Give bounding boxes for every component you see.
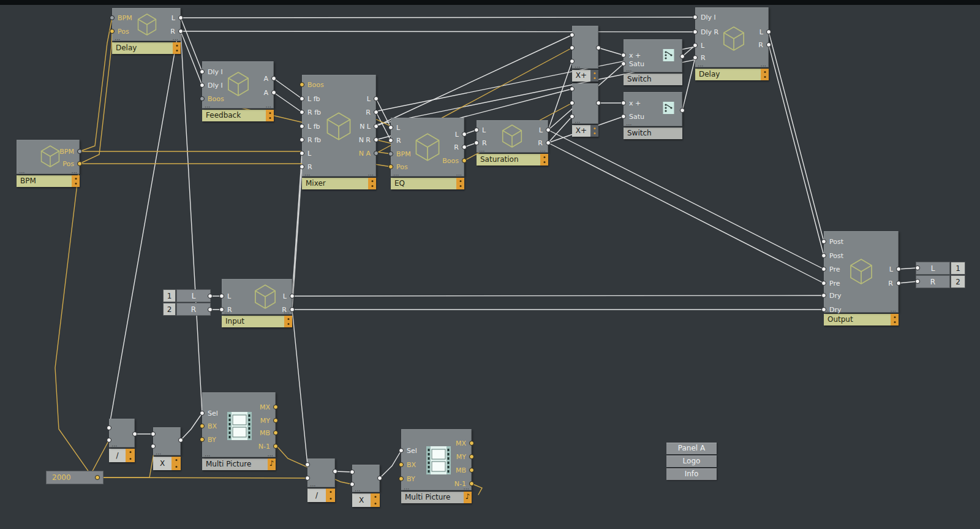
port-l-out[interactable]: L (889, 265, 901, 273)
port-r-out[interactable]: R (170, 28, 183, 35)
port-r-out[interactable]: R (454, 143, 467, 151)
port-l-out[interactable]: L (539, 126, 551, 134)
port-dot[interactable] (178, 15, 183, 20)
port-dot[interactable] (915, 265, 920, 270)
port-dot[interactable] (300, 124, 304, 129)
port-dot[interactable] (300, 82, 304, 87)
port-dot[interactable] (208, 294, 213, 299)
port-dot[interactable] (374, 151, 379, 156)
port-in-1[interactable] (107, 424, 111, 432)
port-my-out[interactable]: MY (456, 453, 474, 460)
module-title-bar[interactable]: Delay (112, 42, 181, 54)
port-my-out[interactable]: MY (260, 417, 278, 424)
port-dot[interactable] (374, 124, 379, 129)
port-dot[interactable] (132, 432, 137, 436)
port-dot[interactable] (107, 425, 111, 430)
port-dot[interactable] (596, 45, 601, 50)
port-dot[interactable] (570, 45, 575, 50)
port-rfb-in[interactable]: R fb (300, 108, 321, 116)
port-mb-out[interactable]: MB (260, 429, 278, 436)
port-dlyl-in[interactable]: Dly l (693, 13, 716, 21)
port-rfb2-in[interactable]: R fb (300, 136, 321, 143)
port-dot[interactable] (374, 110, 379, 115)
port-dot[interactable] (200, 411, 205, 416)
port-dot[interactable] (680, 54, 685, 59)
module-body[interactable]: Sel BX BY MX MY MB N-1 (202, 392, 276, 457)
port-dot[interactable] (374, 96, 379, 101)
port-dot[interactable] (377, 476, 382, 481)
port-dot[interactable] (300, 137, 304, 142)
port-dot[interactable] (200, 83, 205, 88)
port-in-1[interactable] (570, 31, 575, 39)
port-lfb-in[interactable]: L fb (300, 95, 320, 102)
port-dot[interactable] (290, 294, 295, 299)
port-dot[interactable] (896, 281, 901, 286)
port-dot[interactable] (300, 151, 304, 156)
port-dot[interactable] (469, 481, 474, 486)
port-pos-in[interactable]: Pos (110, 28, 129, 35)
port-dot[interactable] (95, 475, 100, 480)
port-dlyr-in[interactable]: Dly R (693, 28, 718, 36)
module-body[interactable]: Sel BX BY MX MY MB N-1 (401, 429, 472, 490)
module-feedback[interactable]: Dly l Dly l Boos A A Feedback (202, 61, 274, 121)
port-dot[interactable] (399, 462, 404, 467)
audio-out-terminal-l[interactable]: L (916, 262, 950, 275)
module-body[interactable]: BPM Pos L R (112, 8, 181, 41)
port-bpm-in[interactable]: BPM (110, 14, 132, 21)
port-dot[interactable] (821, 253, 826, 258)
module-title-bar[interactable]: X+ (572, 70, 598, 82)
port-dot[interactable] (399, 476, 404, 481)
port-out[interactable] (596, 99, 601, 107)
port-dot[interactable] (271, 90, 276, 95)
module-body[interactable]: BPM Pos (17, 140, 80, 174)
module-body[interactable] (153, 427, 181, 455)
port-a-out[interactable]: A (263, 75, 276, 82)
module-title-bar[interactable]: X+ (572, 125, 598, 137)
port-in-1[interactable] (151, 430, 156, 438)
port-bx-in[interactable]: BX (200, 422, 217, 430)
port-l-in[interactable]: L (388, 124, 400, 131)
port-dot[interactable] (915, 279, 920, 284)
module-bpm[interactable]: BPM Pos BPM (17, 140, 80, 187)
module-title-bar[interactable]: Switch (624, 74, 682, 85)
port-dot[interactable] (200, 69, 205, 74)
module-title-bar[interactable]: Switch (624, 127, 682, 139)
port-dot[interactable] (399, 448, 404, 453)
module-body[interactable]: L R BPM Pos L R Boos (391, 118, 464, 177)
port-dot[interactable] (110, 15, 115, 20)
port-in-2[interactable] (151, 443, 156, 450)
port-r-out[interactable]: R (282, 306, 295, 313)
port-dot[interactable] (374, 137, 379, 142)
port-in-1[interactable] (570, 85, 575, 93)
port-dot[interactable] (77, 161, 82, 166)
port-dot[interactable] (388, 138, 393, 143)
port-r-out[interactable]: R (366, 108, 379, 116)
port-in-1[interactable] (305, 461, 310, 468)
port-l-in[interactable]: L (300, 150, 311, 157)
port-dot[interactable] (200, 437, 205, 442)
structure-canvas[interactable]: BPM Pos L R Delay BPM Pos BPM Dly l Dly … (0, 0, 980, 529)
port-r-out[interactable]: R (888, 280, 901, 287)
module-title-bar[interactable]: Input (222, 316, 292, 327)
port-pos-out[interactable]: Pos (62, 160, 82, 167)
port-dot[interactable] (896, 267, 901, 272)
port-lfb2-in[interactable]: L fb (300, 123, 320, 130)
port-dot[interactable] (621, 61, 626, 66)
port-mx-out[interactable]: MX (260, 403, 278, 411)
port-out[interactable] (333, 468, 337, 475)
port-dot[interactable] (178, 438, 183, 443)
module-title-bar[interactable]: / (109, 449, 135, 462)
port-dot[interactable] (474, 127, 479, 132)
module-delay-main[interactable]: BPM Pos L R Delay (112, 8, 181, 54)
port-dot[interactable] (621, 53, 626, 58)
port-dot[interactable] (766, 42, 771, 47)
port-r-in[interactable]: R (388, 137, 401, 144)
port-dot[interactable] (693, 55, 698, 60)
port-dlyl-in[interactable]: Dly l (200, 68, 223, 75)
port-dot[interactable] (208, 307, 213, 312)
port-dot[interactable] (305, 476, 310, 481)
port-r-out[interactable]: R (758, 41, 771, 48)
port-dot[interactable] (680, 108, 685, 113)
port-r-in[interactable]: R (474, 139, 487, 147)
module-eq[interactable]: L R BPM Pos L R Boos EQ (391, 118, 464, 189)
